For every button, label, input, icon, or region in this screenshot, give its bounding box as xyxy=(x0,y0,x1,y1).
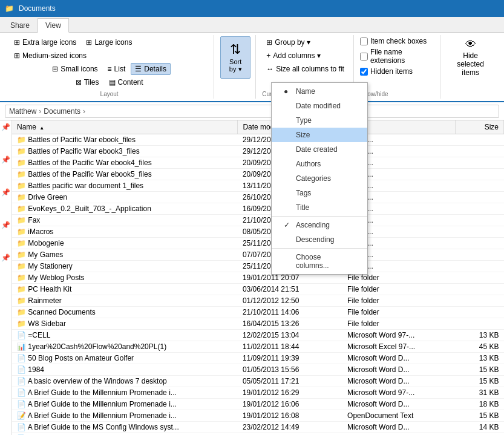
btn-extra-large-icons[interactable]: ⊞ Extra large icons xyxy=(10,36,80,48)
details-icon: ☰ xyxy=(135,65,142,73)
file-type: Microsoft Word D... xyxy=(342,353,455,364)
hide-selected-button[interactable]: 👁 Hide selecteditems xyxy=(447,36,494,79)
table-row[interactable]: 📄 50 Blog Posts on Amateur Golfer 11/09/… xyxy=(12,353,504,364)
table-row[interactable]: 📁 Mobogenie 25/11/2014 16:08 File fo... xyxy=(12,238,504,249)
table-row[interactable]: 📄 A Brief Guide to Windows 7 21/10/2011 … xyxy=(12,433,504,436)
file-date: 12/02/2015 13:04 xyxy=(238,330,342,341)
sort-by-button[interactable]: ⇅ Sortby ▾ xyxy=(220,36,250,79)
sort-item-dateCreated[interactable]: Date created xyxy=(272,142,367,157)
table-row[interactable]: 📁 Battles of Pacific War ebook_files 29/… xyxy=(12,134,504,146)
sort-item-type[interactable]: Type xyxy=(272,113,367,128)
table-row[interactable]: 📁 Battles pacific war document 1_files 1… xyxy=(12,180,504,192)
sort-item-authors[interactable]: Authors xyxy=(272,157,367,171)
file-size: 13 KB xyxy=(456,330,504,341)
table-row[interactable]: 📄 A basic overview of the Windows 7 desk… xyxy=(12,376,504,387)
size-columns-icon: ↔ xyxy=(266,65,273,73)
file-name: 📁 iMacros xyxy=(12,226,238,238)
table-row[interactable]: 📝 A Brief Guide to the Millennium Promen… xyxy=(12,410,504,422)
file-type: Microsoft Excel 97-... xyxy=(342,341,455,353)
breadcrumb: Matthew › Documents › xyxy=(5,105,499,118)
sort-item-size[interactable]: Size xyxy=(272,128,367,142)
file-icon: 📁 xyxy=(17,159,26,167)
tab-share[interactable]: Share xyxy=(2,18,38,32)
table-row[interactable]: 📁 PC Health Kit 03/06/2014 21:51 File fo… xyxy=(12,284,504,295)
pin-icon-4: 📌 xyxy=(1,221,10,229)
file-size xyxy=(456,261,504,272)
sort-item-name[interactable]: ●Name xyxy=(272,84,367,99)
tab-view[interactable]: View xyxy=(38,18,69,33)
table-row[interactable]: 📁 Fax 21/10/2011 14:08 File fo... xyxy=(12,215,504,226)
check-hidden-items: Hidden items xyxy=(360,67,413,76)
sort-order-ascending[interactable]: ✓Ascending xyxy=(272,218,367,232)
sort-separator xyxy=(272,216,367,217)
sort-order-descending[interactable]: Descending xyxy=(272,232,367,247)
nav-pane: 📌 📌 📌 📌 📌 xyxy=(0,120,12,435)
btn-list[interactable]: ≡ List xyxy=(103,63,130,75)
table-row[interactable]: 📁 Rainmeter 01/12/2012 12:50 File folder xyxy=(12,295,504,307)
col-header-name[interactable]: Name ▲ xyxy=(12,120,238,134)
file-size xyxy=(456,284,504,295)
sort-icon: ⇅ xyxy=(230,42,241,57)
window-icon: 📁 xyxy=(5,4,14,13)
table-row[interactable]: 📁 My Weblog Posts 19/01/2011 20:07 File … xyxy=(12,272,504,284)
main-area: 📌 📌 📌 📌 📌 Name ▲ Date modified Type Size… xyxy=(0,120,504,435)
table-row[interactable]: 📁 W8 Sidebar 16/04/2015 13:26 File folde… xyxy=(12,318,504,330)
table-row[interactable]: 📁 My Stationery 25/11/2014 16:57 File fo… xyxy=(12,261,504,272)
btn-tiles[interactable]: ⊠ Tiles xyxy=(71,76,103,88)
file-type: Microsoft Word 97-... xyxy=(342,387,455,399)
file-name: 📄 1984 xyxy=(12,364,238,376)
file-size xyxy=(456,169,504,180)
btn-large-icons[interactable]: ⊞ Large icons xyxy=(82,36,136,48)
table-row[interactable]: 📁 Scanned Documents 21/10/2011 14:06 Fil… xyxy=(12,307,504,318)
file-size xyxy=(456,146,504,157)
pin-icon: 📌 xyxy=(1,123,10,131)
add-columns-button[interactable]: + Add columns ▾ xyxy=(262,50,325,62)
col-header-size[interactable]: Size xyxy=(456,120,504,134)
table-row[interactable]: 📁 EvoKeys_0.2_Built_703_-_Application 16… xyxy=(12,203,504,215)
file-extensions-checkbox[interactable] xyxy=(360,53,368,61)
file-type: Microsoft Word D... xyxy=(342,433,455,436)
table-row[interactable]: 📁 Battles of Pacific War ebook3_files 29… xyxy=(12,146,504,157)
file-icon: 📁 xyxy=(17,204,26,213)
hidden-items-checkbox[interactable] xyxy=(360,68,368,76)
table-row[interactable]: 📄 1984 01/05/2013 15:56 Microsoft Word D… xyxy=(12,364,504,376)
table-row[interactable]: 📊 1year%20Cash%20Flow%20and%20PL(1) 11/0… xyxy=(12,341,504,353)
table-row[interactable]: 📄 =CELL 12/02/2015 13:04 Microsoft Word … xyxy=(12,330,504,341)
file-date: 11/09/2011 19:39 xyxy=(238,353,342,364)
group-by-button[interactable]: ⊞ Group by ▾ xyxy=(262,36,315,48)
table-row[interactable]: 📁 Drive Green 26/10/2012 20:48 File fo..… xyxy=(12,192,504,203)
file-name: 📄 50 Blog Posts on Amateur Golfer xyxy=(12,353,238,364)
file-size xyxy=(456,249,504,261)
sort-item-dateModified[interactable]: Date modified xyxy=(272,99,367,113)
btn-content[interactable]: ▤ Content xyxy=(105,76,148,88)
table-row[interactable]: 📄 A Brief Guide to the MS Config Windows… xyxy=(12,422,504,433)
title-bar: 📁 Documents xyxy=(0,0,504,17)
file-date: 21/10/2011 14:06 xyxy=(238,307,342,318)
file-icon: 📁 xyxy=(17,170,26,178)
sort-item-categories[interactable]: Categories xyxy=(272,171,367,186)
table-row[interactable]: 📁 Battles of the Pacific War ebook5_file… xyxy=(12,169,504,180)
sort-item-title[interactable]: Title xyxy=(272,200,367,215)
file-icon: 📝 xyxy=(17,411,26,420)
file-icon: 📁 xyxy=(17,273,26,282)
table-row[interactable]: 📄 A Brief Guide to the Millennium Promen… xyxy=(12,387,504,399)
btn-details[interactable]: ☰ Details xyxy=(131,63,171,75)
table-row[interactable]: 📁 My Games 07/07/2011 20:02 File fo... xyxy=(12,249,504,261)
file-size: 45 KB xyxy=(456,341,504,353)
btn-medium-icons[interactable]: ⊞ Medium-sized icons xyxy=(10,50,91,62)
item-checkboxes-checkbox[interactable] xyxy=(360,38,368,45)
file-name: 📁 My Games xyxy=(12,249,238,261)
sort-choose-columns[interactable]: Choose columns... xyxy=(272,250,367,273)
table-row[interactable]: 📄 A Brief Guide to the Millennium Promen… xyxy=(12,399,504,410)
file-size: 31 KB xyxy=(456,387,504,399)
size-columns-button[interactable]: ↔ Size all columns to fit xyxy=(262,63,349,75)
btn-small-icons[interactable]: ⊟ Small icons xyxy=(48,63,102,75)
file-name: 📁 Battles of Pacific War ebook_files xyxy=(12,134,238,146)
sort-item-tags[interactable]: Tags xyxy=(272,186,367,200)
breadcrumb-documents[interactable]: Documents xyxy=(44,107,80,116)
table-row[interactable]: 📁 Battles of the Pacific War ebook4_file… xyxy=(12,157,504,169)
table-row[interactable]: 📁 iMacros 08/05/2014 15:50 File fo... xyxy=(12,226,504,238)
file-type: Microsoft Word D... xyxy=(342,364,455,376)
file-name: 📄 =CELL xyxy=(12,330,238,341)
breadcrumb-matthew[interactable]: Matthew xyxy=(9,107,36,116)
